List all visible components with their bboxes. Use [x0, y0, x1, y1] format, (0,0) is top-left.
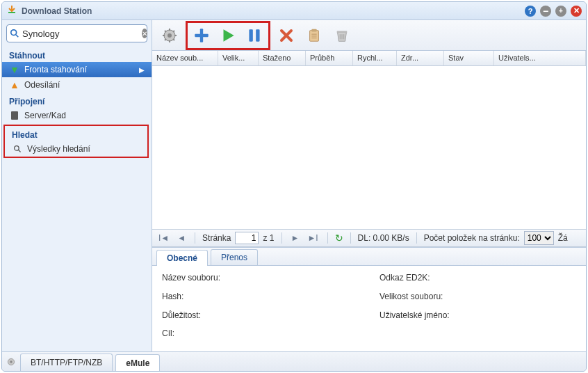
- svg-rect-20: [311, 29, 316, 31]
- col-speed[interactable]: Rychl...: [353, 51, 397, 65]
- col-user[interactable]: Uživatels...: [494, 51, 586, 65]
- field-priority: Důležitost:: [162, 310, 359, 326]
- column-headers: Název soub... Velik... Staženo Průběh Ry…: [152, 51, 586, 66]
- svg-line-13: [165, 39, 166, 40]
- svg-line-11: [165, 31, 166, 32]
- sidebar-group-connection: Připojení Server/Kad: [2, 93, 152, 123]
- sidebar-item-search-results[interactable]: Výsledky hledání: [5, 141, 147, 157]
- search-input[interactable]: [19, 29, 142, 39]
- sidebar-item-label: Server/Kad: [24, 111, 66, 120]
- reload-button[interactable]: ↻: [335, 232, 343, 244]
- col-filename[interactable]: Název soub...: [152, 51, 218, 65]
- perpage-label: Počet položek na stránku:: [424, 233, 520, 243]
- server-icon: [9, 110, 20, 121]
- help-button[interactable]: ?: [525, 6, 536, 17]
- sidebar-item-label: Výsledky hledání: [27, 144, 90, 154]
- start-button[interactable]: [215, 24, 241, 47]
- arrow-up-icon: ▲: [9, 79, 20, 90]
- add-button[interactable]: [188, 24, 215, 47]
- col-sources[interactable]: Zdr...: [397, 51, 444, 65]
- sidebar-group-title: Připojení: [2, 93, 152, 108]
- magnifier-icon: [12, 143, 23, 154]
- field-hash: Hash:: [162, 292, 359, 308]
- page-input[interactable]: [235, 232, 259, 244]
- search-icon: [10, 29, 19, 38]
- svg-line-14: [173, 31, 174, 32]
- tab-general[interactable]: Obecné: [156, 250, 208, 266]
- sidebar-item-label: Fronta stahování: [24, 65, 87, 74]
- search-box[interactable]: ✕: [6, 24, 147, 42]
- app-window: Download Station ? − + ✕ ✕ Stáhnout ▼: [1, 1, 587, 372]
- svg-point-6: [168, 33, 172, 38]
- perpage-select[interactable]: 100: [524, 231, 554, 245]
- col-size[interactable]: Velik...: [218, 51, 259, 65]
- sidebar: ✕ Stáhnout ▼ Fronta stahování ▶ ▲ Odesíl…: [2, 20, 152, 351]
- field-user: Uživatelské jméno:: [379, 310, 576, 326]
- clipboard-button[interactable]: [301, 24, 327, 47]
- svg-rect-17: [249, 29, 252, 41]
- detail-panel: Obecné Přenos Název souboru: Odkaz ED2K:…: [152, 247, 586, 351]
- col-progress[interactable]: Průběh: [306, 51, 353, 65]
- svg-line-12: [173, 39, 174, 40]
- svg-rect-18: [256, 29, 259, 41]
- footer: BT/HTTP/FTP/NZB eMule: [2, 351, 586, 371]
- svg-point-3: [14, 145, 19, 150]
- first-page-button[interactable]: I◄: [156, 233, 171, 243]
- footer-settings-button[interactable]: [2, 353, 20, 371]
- toolbar: [152, 20, 586, 51]
- sidebar-item-upload[interactable]: ▲ Odesílání: [2, 77, 152, 93]
- sidebar-item-download-queue[interactable]: ▼ Fronta stahování ▶: [2, 62, 152, 77]
- field-filename: Název souboru:: [162, 273, 359, 289]
- col-downloaded[interactable]: Staženo: [259, 51, 306, 65]
- sidebar-group-title: Stáhnout: [2, 47, 152, 62]
- detail-tabs: Obecné Přenos: [152, 248, 586, 266]
- svg-rect-24: [337, 31, 348, 33]
- field-size: Velikost souboru:: [379, 292, 576, 308]
- svg-rect-16: [195, 33, 209, 36]
- titlebar: Download Station ? − + ✕: [2, 2, 586, 20]
- col-status[interactable]: Stav: [444, 51, 494, 65]
- field-ed2k: Odkaz ED2K:: [379, 273, 576, 289]
- pager-overflow: Žá: [558, 233, 568, 243]
- page-of-label: z 1: [263, 233, 274, 243]
- detail-body: Název souboru: Odkaz ED2K: Hash: Velikos…: [152, 266, 586, 351]
- next-page-button[interactable]: ►: [289, 233, 302, 243]
- sidebar-item-label: Odesílání: [24, 80, 60, 90]
- sidebar-group-title: Hledat: [5, 126, 147, 141]
- field-dest: Cíl:: [162, 328, 576, 344]
- close-button[interactable]: ✕: [571, 6, 582, 17]
- chevron-right-icon: ▶: [139, 66, 145, 74]
- clear-search-icon[interactable]: ✕: [142, 29, 147, 38]
- sidebar-group-download: Stáhnout ▼ Fronta stahování ▶ ▲ Odesílán…: [2, 47, 152, 93]
- sidebar-group-search: Hledat Výsledky hledání: [3, 125, 149, 158]
- svg-line-4: [18, 150, 20, 152]
- settings-button[interactable]: [156, 24, 183, 47]
- window-title: Download Station: [22, 6, 521, 16]
- page-label: Stránka: [202, 233, 231, 243]
- clear-completed-button[interactable]: [329, 24, 355, 47]
- pager: I◄ ◄ Stránka z 1 ► ►I ↻ DL: 0.00 KB/s Po…: [152, 229, 586, 247]
- svg-point-1: [11, 30, 17, 35]
- last-page-button[interactable]: ►I: [305, 233, 320, 243]
- main-panel: Název soub... Velik... Staženo Průběh Ry…: [152, 20, 586, 351]
- dl-speed-label: DL: 0.00 KB/s: [358, 233, 409, 243]
- delete-button[interactable]: [273, 24, 300, 47]
- download-grid[interactable]: [152, 66, 586, 229]
- sidebar-item-server-kad[interactable]: Server/Kad: [2, 108, 152, 123]
- app-icon: [6, 4, 17, 17]
- footer-tab-emule[interactable]: eMule: [115, 354, 160, 372]
- maximize-button[interactable]: +: [555, 6, 566, 17]
- tab-transfer[interactable]: Přenos: [211, 249, 258, 265]
- arrow-down-icon: ▼: [9, 64, 20, 75]
- minimize-button[interactable]: −: [540, 6, 551, 17]
- svg-line-2: [16, 35, 19, 38]
- toolbar-highlight-group: [186, 21, 270, 50]
- svg-rect-0: [8, 12, 15, 13]
- svg-point-29: [10, 360, 12, 363]
- pause-button[interactable]: [241, 24, 268, 47]
- prev-page-button[interactable]: ◄: [175, 233, 188, 243]
- footer-tab-bt[interactable]: BT/HTTP/FTP/NZB: [20, 354, 113, 371]
